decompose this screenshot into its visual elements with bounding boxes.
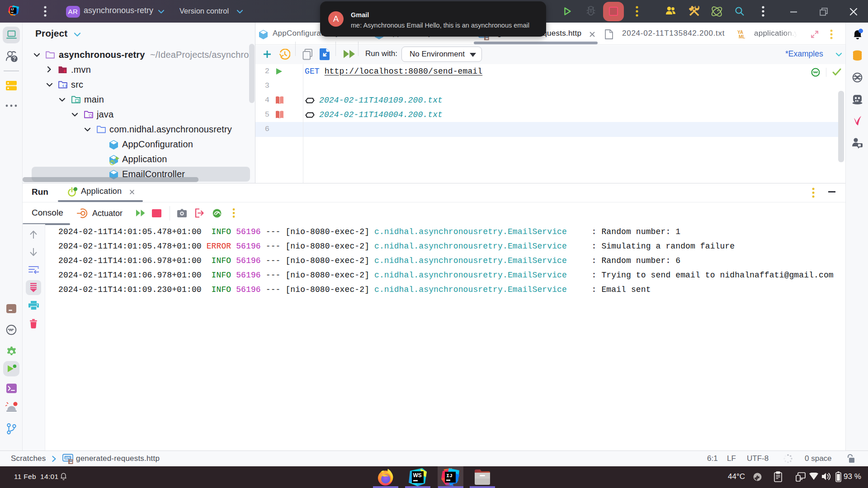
svg-text:WS: WS — [413, 472, 422, 479]
svg-text:IJ: IJ — [446, 473, 453, 479]
svg-text:IJ: IJ — [11, 7, 14, 11]
svg-text:ML: ML — [739, 34, 745, 39]
svg-text:API: API — [65, 456, 70, 460]
